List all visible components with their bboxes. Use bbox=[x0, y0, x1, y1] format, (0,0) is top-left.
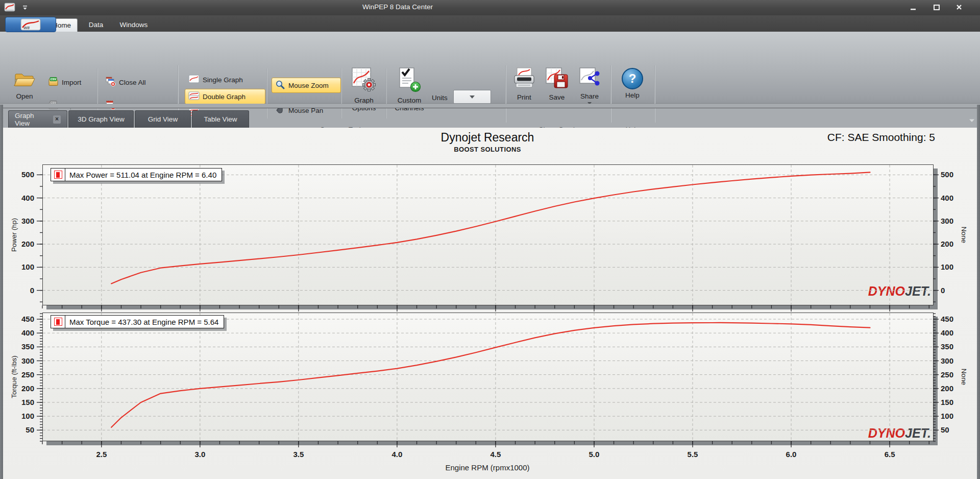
units-label: Units bbox=[432, 94, 448, 102]
tab-table-view[interactable]: Table View bbox=[192, 110, 249, 128]
share-icon bbox=[579, 67, 600, 90]
legend-swatch[interactable] bbox=[51, 316, 65, 328]
printer-icon bbox=[512, 67, 536, 91]
titlebar: WinPEP 8 Data Center bbox=[0, 0, 980, 15]
window-frame-right bbox=[977, 105, 980, 479]
import-button[interactable]: CSV Import bbox=[45, 76, 85, 89]
tab-table-view-label: Table View bbox=[204, 115, 237, 123]
help-label: Help bbox=[625, 91, 640, 100]
separator bbox=[266, 68, 267, 118]
separator bbox=[654, 65, 655, 123]
print-label: Print bbox=[517, 93, 531, 102]
tab-grid-view-label: Grid View bbox=[148, 115, 178, 123]
graph-options-icon bbox=[351, 67, 377, 94]
graph-options-button[interactable]: Graph Options bbox=[345, 65, 383, 123]
torque-legend[interactable]: Max Torque = 437.30 at Engine RPM = 5.64 bbox=[51, 315, 224, 328]
application-menu-button[interactable]: W8 bbox=[5, 17, 56, 32]
single-graph-label: Single Graph bbox=[203, 76, 243, 84]
power-legend[interactable]: Max Power = 511.04 at Engine RPM = 6.40 bbox=[51, 168, 222, 181]
csv-import-icon: CSV bbox=[48, 77, 59, 87]
tab-overflow-chevron-icon[interactable] bbox=[969, 115, 975, 125]
minimize-button[interactable] bbox=[904, 3, 922, 12]
tab-close-icon[interactable]: × bbox=[53, 115, 61, 124]
print-button[interactable]: Print bbox=[509, 65, 539, 123]
svg-text:W8: W8 bbox=[23, 26, 30, 30]
save-floppy-icon bbox=[545, 67, 569, 91]
ribbon: Open CSV Import CSV Export Close All Clo… bbox=[0, 32, 980, 104]
tab-graph-view[interactable]: Graph View × bbox=[8, 110, 67, 128]
import-label: Import bbox=[62, 79, 81, 86]
legend-swatch[interactable] bbox=[51, 169, 65, 181]
magnifier-icon bbox=[275, 80, 285, 91]
share-label: Share bbox=[580, 92, 599, 101]
help-button[interactable]: ? Help bbox=[617, 65, 648, 123]
power-legend-text: Max Power = 511.04 at Engine RPM = 6.40 bbox=[65, 169, 222, 181]
tab-3d-graph-view-label: 3D Graph View bbox=[78, 115, 124, 123]
torque-legend-text: Max Torque = 437.30 at Engine RPM = 5.64 bbox=[65, 316, 224, 328]
single-graph-icon bbox=[188, 75, 200, 85]
separator bbox=[610, 65, 611, 123]
open-folder-icon bbox=[14, 71, 35, 90]
tab-3d-graph-view[interactable]: 3D Graph View bbox=[68, 110, 134, 128]
help-icon: ? bbox=[622, 68, 643, 89]
share-button[interactable]: Share bbox=[575, 65, 604, 123]
correction-smoothing-label: CF: SAE Smoothing: 5 bbox=[715, 131, 935, 143]
separator bbox=[386, 68, 387, 118]
window-title: WinPEP 8 Data Center bbox=[0, 3, 795, 11]
ribbon-tab-windows[interactable]: Windows bbox=[114, 18, 153, 32]
tab-grid-view[interactable]: Grid View bbox=[135, 110, 191, 128]
units-dropdown[interactable] bbox=[453, 90, 491, 104]
winpep-logo-icon: W8 bbox=[20, 18, 41, 31]
close-button[interactable] bbox=[950, 3, 968, 12]
double-graph-label: Double Graph bbox=[203, 93, 246, 101]
ribbon-under-strip bbox=[0, 104, 980, 108]
window-frame-left bbox=[0, 105, 3, 479]
custom-channels-button[interactable]: Custom Channels bbox=[389, 65, 430, 123]
chevron-down-icon bbox=[470, 95, 475, 99]
close-all-label: Close All bbox=[119, 79, 146, 86]
mouse-zoom-button[interactable]: Mouse Zoom bbox=[272, 78, 341, 93]
torque-plot-area[interactable] bbox=[42, 313, 934, 441]
svg-text:CSV: CSV bbox=[51, 78, 57, 81]
winpep-window: WinPEP 8 Data Center W8 Home Data Window… bbox=[0, 0, 980, 479]
close-all-icon bbox=[106, 77, 116, 88]
power-plot-area[interactable] bbox=[42, 164, 934, 305]
double-graph-icon bbox=[188, 91, 200, 102]
double-graph-button[interactable]: Double Graph bbox=[185, 89, 265, 104]
maximize-button[interactable] bbox=[928, 3, 945, 12]
single-graph-button[interactable]: Single Graph bbox=[185, 73, 247, 87]
separator bbox=[505, 65, 506, 123]
open-label: Open bbox=[16, 92, 33, 101]
mouse-zoom-label: Mouse Zoom bbox=[288, 82, 329, 89]
tab-graph-view-label: Graph View bbox=[15, 112, 49, 127]
ribbon-tab-data[interactable]: Data bbox=[82, 18, 110, 32]
save-button[interactable]: Save bbox=[542, 65, 572, 123]
close-all-button[interactable]: Close All bbox=[102, 76, 150, 89]
save-label: Save bbox=[549, 93, 565, 102]
chart-subtitle: BOOST SOLUTIONS bbox=[0, 146, 975, 153]
dynojet-watermark: DYNOJET. bbox=[868, 426, 931, 441]
dynojet-watermark: DYNOJET. bbox=[868, 284, 931, 299]
separator bbox=[341, 68, 342, 118]
custom-channels-icon bbox=[398, 67, 421, 94]
